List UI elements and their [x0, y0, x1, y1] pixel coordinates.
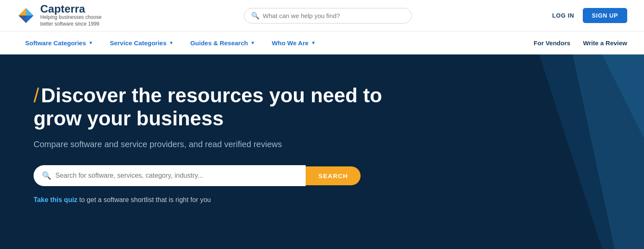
hero-content: / Discover the resources you need to gro… — [34, 84, 411, 204]
header-search-box: 🔍 — [244, 8, 412, 23]
hero-title: Discover the resources you need to grow … — [34, 84, 382, 130]
hero-search-icon: 🔍 — [42, 171, 51, 180]
guides-research-chevron-icon: ▼ — [250, 40, 255, 45]
who-we-are-chevron-icon: ▼ — [311, 40, 316, 45]
main-nav: Software Categories ▼ Service Categories… — [0, 31, 644, 54]
hero-quiz-row: Take this quiz to get a software shortli… — [34, 196, 411, 204]
login-button[interactable]: LOG IN — [552, 12, 574, 19]
nav-item-software-categories[interactable]: Software Categories ▼ — [17, 31, 101, 54]
header-actions: LOG IN SIGN UP — [552, 8, 627, 23]
logo-name: Capterra — [40, 3, 103, 14]
svg-marker-3 — [26, 16, 34, 23]
service-categories-chevron-icon: ▼ — [169, 40, 174, 45]
hero-search-row: 🔍 SEARCH — [34, 165, 361, 186]
who-we-are-label: Who We Are — [272, 39, 309, 47]
hero-subtitle: Compare software and service providers, … — [34, 138, 411, 150]
logo-text-wrap: Capterra Helping businesses choose bette… — [40, 3, 103, 27]
logo-link[interactable]: Capterra Helping businesses choose bette… — [17, 3, 103, 27]
nav-item-service-categories[interactable]: Service Categories ▼ — [101, 31, 182, 54]
service-categories-label: Service Categories — [110, 39, 166, 47]
capterra-logo-icon — [17, 6, 35, 25]
hero-title-block: / Discover the resources you need to gro… — [34, 84, 411, 130]
hero-slash: / — [34, 84, 39, 106]
software-categories-chevron-icon: ▼ — [88, 40, 93, 45]
svg-marker-0 — [18, 8, 26, 16]
hero-section: / Discover the resources you need to gro… — [0, 54, 644, 249]
logo-tagline: Helping businesses choose better softwar… — [40, 14, 103, 27]
signup-button[interactable]: SIGN UP — [583, 8, 627, 23]
for-vendors-link[interactable]: For Vendors — [534, 39, 571, 47]
software-categories-label: Software Categories — [25, 39, 86, 47]
write-review-link[interactable]: Write a Review — [583, 39, 627, 47]
site-header: Capterra Helping businesses choose bette… — [0, 0, 644, 31]
guides-research-label: Guides & Research — [190, 39, 248, 47]
nav-left: Software Categories ▼ Service Categories… — [17, 31, 534, 54]
svg-marker-2 — [18, 16, 26, 23]
header-search-icon: 🔍 — [251, 12, 260, 20]
hero-quiz-suffix: to get a software shortlist that is righ… — [78, 196, 211, 203]
hero-quiz-link[interactable]: Take this quiz — [34, 196, 78, 203]
hero-search-box: 🔍 — [34, 165, 306, 186]
hero-bg-decoration — [455, 54, 644, 249]
hero-search-button[interactable]: SEARCH — [306, 166, 361, 185]
svg-marker-1 — [26, 8, 34, 16]
hero-search-input[interactable] — [55, 172, 297, 179]
header-search-area: 🔍 — [103, 8, 552, 23]
header-search-input[interactable] — [263, 12, 405, 19]
nav-item-guides-research[interactable]: Guides & Research ▼ — [182, 31, 263, 54]
nav-item-who-we-are[interactable]: Who We Are ▼ — [263, 31, 324, 54]
nav-right: For Vendors Write a Review — [534, 39, 627, 47]
